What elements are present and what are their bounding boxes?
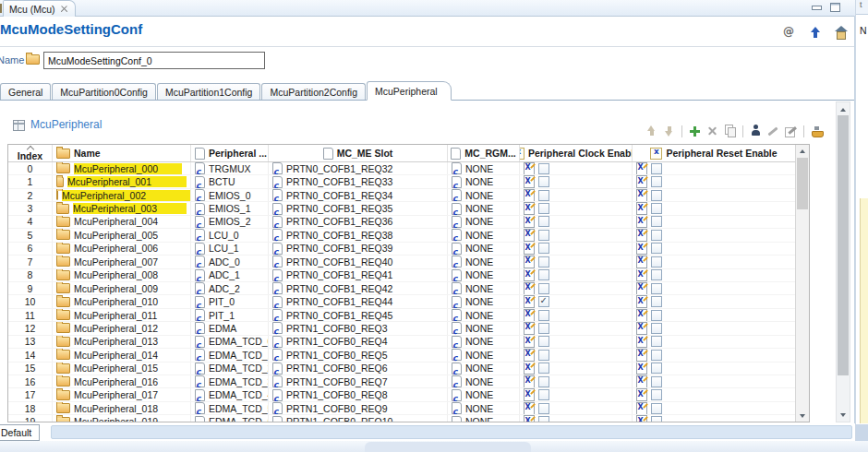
copy-icon[interactable] — [723, 125, 737, 137]
table-row[interactable]: 14 McuPeripheral_014 EDMA_TCD_1 PRTN1_CO… — [8, 349, 795, 362]
cell-mc-rgm[interactable]: NONE — [448, 229, 520, 241]
cell-mc-rgm[interactable]: NONE — [448, 202, 520, 214]
reset-enable-checkbox[interactable] — [651, 203, 662, 214]
cell-reset-enable[interactable] — [633, 189, 795, 201]
clock-enable-checkbox[interactable] — [538, 163, 549, 174]
table-row[interactable]: 17 McuPeripheral_017 EDMA_TCD_4 PRTN1_CO… — [8, 388, 795, 401]
cell-peripheral[interactable]: EMIOS_2 — [191, 216, 269, 228]
column-header-name[interactable]: Name — [53, 145, 191, 161]
clock-enable-checkbox[interactable] — [538, 269, 549, 280]
cell-mc-me-slot[interactable]: PRTN0_COFB1_REQ34 — [269, 189, 448, 201]
cell-mc-me-slot[interactable]: PRTN0_COFB1_REQ33 — [269, 175, 448, 187]
cell-mc-me-slot[interactable]: PRTN1_COFB0_REQ7 — [269, 375, 448, 387]
reset-enable-checkbox[interactable] — [651, 269, 662, 280]
cell-mc-rgm[interactable]: NONE — [448, 402, 520, 414]
cell-mc-me-slot[interactable]: PRTN0_COFB1_REQ39 — [269, 243, 448, 255]
cell-mc-me-slot[interactable]: PRTN0_COFB1_REQ45 — [269, 309, 448, 321]
home-icon[interactable] — [835, 26, 848, 39]
section-title[interactable]: McuPeripheral — [30, 118, 102, 131]
cell-name[interactable]: McuPeripheral_012 — [53, 322, 191, 334]
cell-reset-enable[interactable] — [633, 388, 795, 400]
clock-enable-checkbox[interactable] — [538, 350, 549, 361]
cell-mc-me-slot[interactable]: PRTN1_COFB0_REQ8 — [269, 388, 448, 400]
table-row[interactable]: 5 McuPeripheral_005 LCU_0 PRTN0_COFB1_RE… — [8, 229, 795, 242]
cell-clock-enable[interactable] — [520, 336, 633, 348]
editor-tab-mcu[interactable]: Mcu (Mcu) — [3, 0, 76, 17]
cell-clock-enable[interactable] — [520, 269, 633, 281]
clock-enable-checkbox[interactable] — [538, 230, 549, 241]
table-row[interactable]: 8 McuPeripheral_008 ADC_1 PRTN0_COFB1_RE… — [8, 269, 795, 282]
cell-clock-enable[interactable] — [520, 282, 633, 294]
clock-enable-checkbox[interactable] — [538, 203, 549, 214]
cell-clock-enable[interactable] — [520, 295, 633, 307]
cell-name[interactable]: McuPeripheral_002 — [53, 189, 191, 201]
restore-default-icon[interactable] — [810, 125, 824, 137]
cell-clock-enable[interactable] — [520, 322, 633, 334]
clock-enable-checkbox[interactable] — [538, 296, 549, 307]
column-header-peripheral[interactable]: Peripheral ... — [191, 145, 269, 161]
cell-clock-enable[interactable] — [520, 243, 633, 255]
reset-enable-checkbox[interactable] — [651, 310, 662, 321]
reset-enable-checkbox[interactable] — [651, 403, 662, 414]
cell-name[interactable]: McuPeripheral_005 — [53, 229, 191, 241]
cell-reset-enable[interactable] — [633, 256, 795, 268]
reset-enable-checkbox[interactable] — [651, 323, 662, 334]
cell-reset-enable[interactable] — [633, 295, 795, 307]
delete-icon[interactable] — [705, 125, 719, 137]
cell-mc-me-slot[interactable]: PRTN0_COFB1_REQ44 — [269, 295, 448, 307]
cell-mc-me-slot[interactable]: PRTN0_COFB1_REQ42 — [269, 282, 448, 294]
tab-mcupartition2config[interactable]: McuPartition2Config — [261, 83, 366, 100]
clock-enable-checkbox[interactable] — [538, 416, 549, 422]
cell-name[interactable]: McuPeripheral_016 — [53, 375, 191, 387]
cell-clock-enable[interactable] — [520, 363, 633, 375]
reset-enable-checkbox[interactable] — [651, 350, 662, 361]
clock-enable-checkbox[interactable] — [538, 323, 549, 334]
cell-peripheral[interactable]: ADC_0 — [191, 256, 269, 268]
edit-user-icon[interactable] — [749, 125, 763, 137]
cell-reset-enable[interactable] — [633, 336, 795, 348]
cell-mc-me-slot[interactable]: PRTN1_COFB0_REQ10 — [269, 415, 448, 422]
cell-peripheral[interactable]: BCTU — [191, 175, 269, 187]
tab-general[interactable]: General — [0, 83, 51, 100]
clock-enable-checkbox[interactable] — [538, 283, 549, 294]
cell-mc-rgm[interactable]: NONE — [448, 322, 520, 334]
cell-mc-rgm[interactable]: NONE — [448, 375, 520, 387]
tab-mcupartition0config[interactable]: McuPartition0Config — [52, 83, 156, 100]
cell-mc-rgm[interactable]: NONE — [448, 216, 520, 228]
column-header-mc-rgm[interactable]: MC_RGM... — [448, 145, 520, 161]
table-row[interactable]: 10 McuPeripheral_010 PIT_0 PRTN0_COFB1_R… — [8, 295, 795, 308]
reset-enable-checkbox[interactable] — [651, 336, 662, 347]
cell-mc-me-slot[interactable]: PRTN0_COFB1_REQ32 — [269, 162, 448, 174]
cell-peripheral[interactable]: EDMA_TCD_4 — [191, 388, 269, 400]
cell-peripheral[interactable]: EDMA_TCD_5 — [191, 402, 269, 414]
cell-peripheral[interactable]: PIT_1 — [191, 309, 269, 321]
table-row[interactable]: 13 McuPeripheral_013 EDMA_TCD_0 PRTN1_CO… — [8, 336, 795, 349]
column-header-mc-me-slot[interactable]: MC_ME Slot — [269, 145, 448, 161]
cell-peripheral[interactable]: EDMA — [191, 322, 269, 334]
cell-name[interactable]: McuPeripheral_007 — [53, 256, 191, 268]
cell-mc-rgm[interactable]: NONE — [448, 189, 520, 201]
cell-name[interactable]: McuPeripheral_019 — [53, 415, 191, 422]
cell-peripheral[interactable]: PIT_0 — [191, 295, 269, 307]
editor-scrollbar[interactable] — [836, 101, 850, 422]
clock-enable-checkbox[interactable] — [538, 190, 549, 201]
cell-mc-me-slot[interactable]: PRTN0_COFB1_REQ35 — [269, 202, 448, 214]
table-row[interactable]: 18 McuPeripheral_018 EDMA_TCD_5 PRTN1_CO… — [8, 402, 795, 415]
clock-enable-checkbox[interactable] — [538, 310, 549, 321]
close-icon[interactable] — [60, 5, 68, 13]
column-header-clock-enable[interactable]: Peripheral Clock Enable — [520, 145, 633, 161]
cell-clock-enable[interactable] — [520, 175, 633, 187]
table-row[interactable]: 11 McuPeripheral_011 PIT_1 PRTN0_COFB1_R… — [8, 309, 795, 322]
cell-mc-me-slot[interactable]: PRTN1_COFB0_REQ3 — [269, 322, 448, 334]
reset-enable-checkbox[interactable] — [651, 163, 662, 174]
table-row[interactable]: 15 McuPeripheral_015 EDMA_TCD_2 PRTN1_CO… — [8, 363, 795, 375]
cell-name[interactable]: McuPeripheral_011 — [53, 309, 191, 321]
cell-mc-rgm[interactable]: NONE — [448, 363, 520, 375]
table-row[interactable]: 16 McuPeripheral_016 EDMA_TCD_3 PRTN1_CO… — [8, 375, 795, 388]
table-row[interactable]: 2 McuPeripheral_002 EMIOS_0 PRTN0_COFB1_… — [8, 189, 795, 202]
cell-reset-enable[interactable] — [633, 322, 795, 334]
cell-mc-rgm[interactable]: NONE — [448, 256, 520, 268]
cell-mc-me-slot[interactable]: PRTN0_COFB1_REQ38 — [269, 229, 448, 241]
cell-name[interactable]: McuPeripheral_010 — [53, 295, 191, 307]
cell-clock-enable[interactable] — [520, 402, 633, 414]
